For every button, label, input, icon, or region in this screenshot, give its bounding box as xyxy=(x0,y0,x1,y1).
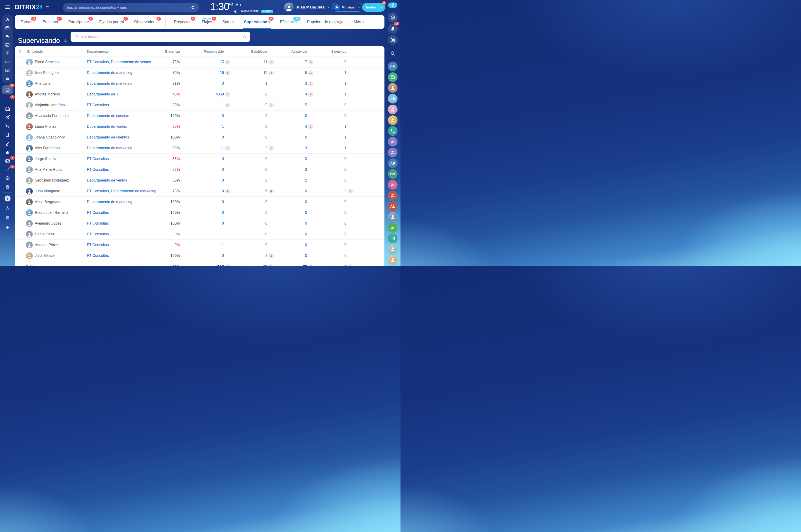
table-row[interactable]: Ana María Rubio PT Consultas 33% 0 0 3 0 xyxy=(15,164,384,175)
group-icon[interactable] xyxy=(388,223,398,232)
table-row[interactable]: Sebastian Rodriguez Departamento de vent… xyxy=(15,175,384,186)
sidebar-item-calendar-icon[interactable] xyxy=(3,42,12,48)
employee-name[interactable]: Sebastian Rodriguez xyxy=(35,178,69,183)
table-row[interactable]: Pedro Juan Ramirez PT Consultas 100% 0 0… xyxy=(15,207,384,218)
avatar-initials[interactable]: AP xyxy=(388,158,398,168)
sidebar-item-gear-icon[interactable]: ⚙ xyxy=(3,214,12,221)
department-link[interactable]: Departamento de marketing xyxy=(87,71,132,75)
table-row[interactable]: Andrés Moreno Departamento de TI 40% 405… xyxy=(15,89,384,100)
table-settings-gear-icon[interactable]: ⚙ xyxy=(18,49,21,54)
col-header-departamento[interactable]: Departamento xyxy=(87,50,162,53)
sidebar-item-plus-icon[interactable]: + xyxy=(3,224,12,231)
news-icon[interactable] xyxy=(388,72,398,82)
hamburger-menu-icon[interactable] xyxy=(3,3,12,11)
col-header-responsable[interactable]: Responsable xyxy=(180,50,232,53)
bubbles-icon[interactable] xyxy=(388,94,398,103)
col-header-asistencia[interactable]: Asistencia xyxy=(276,50,315,53)
sidebar-item-mail-icon[interactable] xyxy=(3,68,12,73)
table-row[interactable]: Ana Lima Departamento de marketing 71% 3… xyxy=(15,78,384,89)
employee-name[interactable]: Daniel Saez xyxy=(35,232,55,236)
tab-tareas[interactable]: Tareas 26 xyxy=(21,15,32,29)
department-link[interactable]: PT Consultas xyxy=(87,232,109,236)
tab-flujos[interactable]: Flujos NUEVO4 xyxy=(202,15,212,29)
department-link[interactable]: PT Consultas xyxy=(87,211,109,214)
tab-en-curso[interactable]: En curso 17 xyxy=(43,15,58,29)
bell-icon[interactable]: 22 xyxy=(388,23,398,34)
calendar2-icon[interactable] xyxy=(388,234,398,243)
employee-name[interactable]: Elena Sanchez xyxy=(35,60,59,64)
sidebar-item-sign-icon[interactable] xyxy=(2,132,13,137)
department-link[interactable]: PT Consultas xyxy=(87,157,109,161)
group-icon[interactable] xyxy=(388,191,398,200)
chat-arrows-icon[interactable] xyxy=(388,35,398,45)
phone-icon[interactable] xyxy=(388,126,398,136)
department-link[interactable]: PT Consultas xyxy=(87,168,109,171)
table-row[interactable]: Jorge Suarez PT Consultas 33% 0 0 3 0 xyxy=(15,154,384,164)
col-header-siguiendo[interactable]: Siguiendo xyxy=(315,50,355,53)
employee-name[interactable]: Jorge Suarez xyxy=(35,157,57,161)
col-header-establecer[interactable]: Establecer xyxy=(232,50,276,53)
table-row[interactable]: Alejandro López PT Consultas 100% 0 0 0 … xyxy=(15,218,384,229)
user-menu[interactable]: Juan Manguera ▼ xyxy=(284,2,329,12)
department-link[interactable]: Departamento de marketing xyxy=(87,81,132,86)
sidebar-item-warehouse-icon[interactable] xyxy=(2,106,13,112)
employee-name[interactable]: Adriana Pérez xyxy=(35,243,58,247)
col-header-empleado[interactable]: Empleado xyxy=(19,50,87,53)
table-row[interactable]: Alejandro Martínez PT Consultas 50% 1 1 … xyxy=(15,100,384,111)
sidebar-item-crm-icon[interactable]: 2 xyxy=(2,97,13,103)
sidebar-item-help-filled-icon[interactable]: ? xyxy=(3,195,12,202)
bitrix-logo[interactable]: BITRIX 24 xyxy=(15,4,49,11)
tab-scrum[interactable]: Scrum xyxy=(222,15,234,29)
avatar-initials[interactable]: AL xyxy=(388,202,398,211)
favorite-star-icon[interactable]: ☆ xyxy=(63,38,68,44)
sidebar-item-structure-icon[interactable] xyxy=(3,205,12,211)
employee-name[interactable]: Alejandro Martínez xyxy=(35,103,66,107)
avatar-photo[interactable] xyxy=(388,104,398,114)
sidebar-item-idcard-icon[interactable]: 2 xyxy=(2,158,13,164)
avatar-photo[interactable] xyxy=(388,83,398,93)
employee-name[interactable]: Joana Casablanca xyxy=(35,135,65,139)
department-link[interactable]: PT Consultas xyxy=(87,243,109,247)
department-link[interactable]: PT Consultas xyxy=(87,221,109,225)
tab-m-s[interactable]: Más ▾ xyxy=(354,15,364,29)
employee-name[interactable]: Ivan Rodriguez xyxy=(35,71,59,75)
department-link[interactable]: Departamento de ventas xyxy=(87,178,127,182)
avatar-photo[interactable] xyxy=(388,212,398,222)
sidebar-item-groups-icon[interactable] xyxy=(3,76,12,81)
group-icon[interactable] xyxy=(388,137,398,147)
employee-name[interactable]: Julia Blanca xyxy=(35,254,55,258)
employee-name[interactable]: Anastasia Fernandez xyxy=(35,114,69,118)
department-link[interactable]: Departamento de cuentas xyxy=(87,135,129,139)
help-button[interactable]: ? xyxy=(388,2,397,8)
work-status[interactable]: TRABAJANDO NUEVO xyxy=(234,10,273,13)
avatar-photo[interactable] xyxy=(388,115,398,125)
department-link[interactable]: Departamento de marketing xyxy=(87,200,132,204)
tab-fijadas-por-m-[interactable]: Fijadas por mí 9 xyxy=(99,15,124,29)
table-row[interactable]: Joana Casablanca Departamento de cuentas… xyxy=(15,132,384,143)
my-plan-button[interactable]: Mi plan ▼ xyxy=(332,3,363,12)
avatar-initials[interactable]: PP xyxy=(388,61,398,71)
employee-name[interactable]: Anna Bergmann xyxy=(35,200,61,204)
department-link[interactable]: PT Consultas xyxy=(87,103,109,107)
flag-counter[interactable]: ⚑ 1 xyxy=(236,3,241,7)
employee-name[interactable]: Pedro Juan Ramirez xyxy=(35,211,68,215)
table-row[interactable]: Anna Bergmann Departamento de marketing … xyxy=(15,197,384,207)
sidebar-item-pulse-icon[interactable] xyxy=(3,17,12,22)
search-icon[interactable] xyxy=(388,51,397,56)
table-row[interactable]: Elena Sanchez PT Consultas, Departamento… xyxy=(15,57,384,68)
sidebar-item-chevron-circle-icon[interactable] xyxy=(2,184,13,190)
clock-time[interactable]: 1:30 xyxy=(210,1,229,12)
tab-proyectos[interactable]: Proyectos 6 xyxy=(174,15,192,29)
sidebar-item-docs-icon[interactable] xyxy=(3,51,12,56)
col-header-eficiencia[interactable]: Eficiencia xyxy=(162,50,180,53)
tab-eficiencia[interactable]: Eficiencia 75% xyxy=(280,15,297,29)
table-row[interactable]: Anastasia Fernandez Departamento de cuen… xyxy=(15,111,384,121)
table-row[interactable]: Alex Fernandez Departamento de marketing… xyxy=(15,143,384,154)
group-icon[interactable] xyxy=(388,180,398,190)
table-row[interactable]: Adriana Pérez PT Consultas 0% 1 0 0 0 xyxy=(15,240,384,250)
table-row[interactable]: Juan Manguera PT Consultas, Departamento… xyxy=(15,186,384,197)
filter-input[interactable] xyxy=(74,35,243,39)
sidebar-item-messenger-icon[interactable] xyxy=(3,34,12,39)
employee-name[interactable]: Alex Fernandez xyxy=(35,146,60,150)
department-link[interactable]: PT Consultas, Departamento de marketing xyxy=(87,189,156,193)
